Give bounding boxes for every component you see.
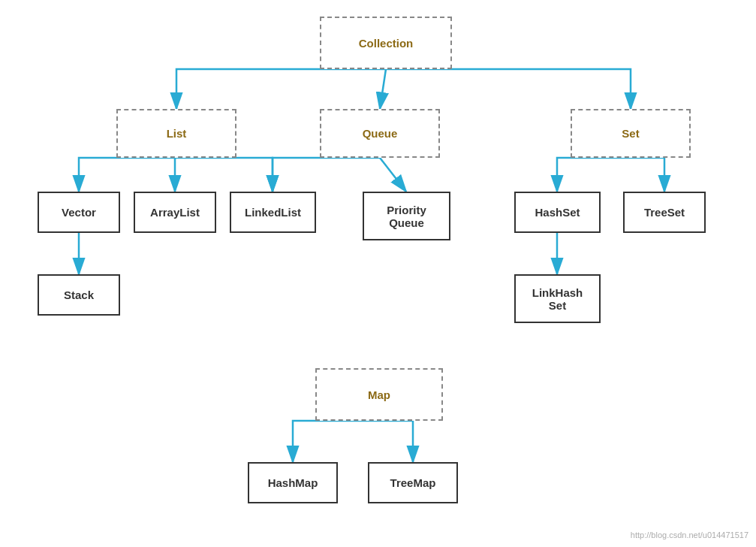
node-linkhashset: LinkHashSet bbox=[514, 274, 601, 323]
node-linkedlist: LinkedList bbox=[230, 192, 316, 233]
node-arraylist: ArrayList bbox=[134, 192, 216, 233]
watermark: http://blog.csdn.net/u014471517 bbox=[631, 530, 748, 539]
node-hashset: HashSet bbox=[514, 192, 601, 233]
svg-line-3 bbox=[380, 158, 406, 192]
node-vector: Vector bbox=[38, 192, 120, 233]
node-set: Set bbox=[571, 109, 691, 158]
node-treemap: TreeMap bbox=[368, 462, 458, 503]
node-priorityqueue: PriorityQueue bbox=[363, 192, 450, 240]
node-collection: Collection bbox=[320, 17, 452, 69]
node-queue: Queue bbox=[320, 109, 440, 158]
svg-line-2 bbox=[380, 69, 386, 109]
diagram: Collection List Queue Set Vector ArrayLi… bbox=[0, 0, 756, 547]
node-hashmap: HashMap bbox=[248, 462, 338, 503]
node-map: Map bbox=[315, 368, 443, 421]
node-treeset: TreeSet bbox=[623, 192, 706, 233]
node-stack: Stack bbox=[38, 274, 120, 316]
node-list: List bbox=[116, 109, 236, 158]
